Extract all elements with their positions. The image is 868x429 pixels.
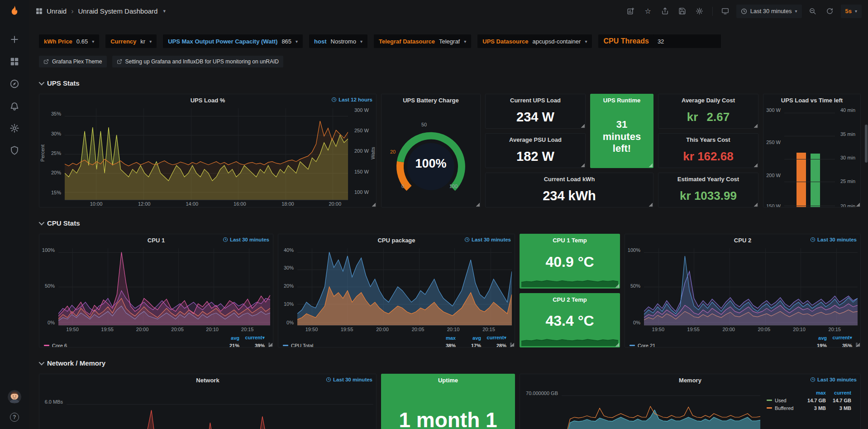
panel-title[interactable]: CPU 1 Temp — [520, 237, 620, 244]
variable-label: UPS Max Output Power Capacity (Watt) — [168, 38, 277, 45]
y-axis-left: 40%30%20%10%0% — [278, 246, 297, 326]
panel-title[interactable]: Memory — [520, 377, 860, 384]
alerting-bell-icon[interactable] — [10, 101, 19, 111]
variable-ups-max-output[interactable]: UPS Max Output Power Capacity (Watt) 865… — [163, 34, 303, 48]
network-plot[interactable] — [67, 388, 373, 429]
page-scrollbar[interactable] — [864, 22, 868, 429]
stat-value: 182 W — [516, 149, 554, 164]
breadcrumb-root[interactable]: Unraid — [47, 7, 67, 15]
panel-title[interactable]: Current UPS Load — [486, 97, 585, 104]
panel-cpu-1: CPU 1 Last 30 minutes 100%50%0% 19:5019:… — [39, 234, 273, 347]
panel-title[interactable]: UPS Load vs Time left — [763, 97, 860, 104]
cpu-package-plot[interactable] — [297, 248, 512, 326]
battery-gauge: 0 20 50 100 100% — [392, 123, 469, 191]
panel-title[interactable]: UPS Load % — [39, 97, 376, 104]
dashboard-content: kWh Price 0.65 ▾ Currency kr ▾ UPS Max O… — [29, 22, 868, 429]
legend-table[interactable]: avgcurrent▾Core 621%39%Core 722%33% — [39, 333, 273, 347]
cpu1-chart — [58, 248, 270, 325]
clock-icon — [223, 237, 228, 242]
section-chevron-icon — [39, 359, 45, 365]
panel-title[interactable]: Current Load kWh — [486, 176, 653, 183]
variable-telegraf-datasource[interactable]: Telegraf Datasource Telegraf ▾ — [374, 34, 471, 48]
scrollbar-thumb[interactable] — [865, 125, 868, 163]
panel-title[interactable]: Estimated Yearly Cost — [658, 176, 758, 183]
dashboard-icon — [35, 7, 43, 15]
variable-kwh-price[interactable]: kWh Price 0.65 ▾ — [39, 34, 99, 48]
user-avatar[interactable] — [8, 390, 21, 404]
refresh-button[interactable] — [824, 5, 836, 18]
variable-label: CPU Threads — [603, 37, 649, 45]
cpu1-plot[interactable] — [58, 248, 270, 326]
variable-currency[interactable]: Currency kr ▾ — [105, 34, 157, 48]
add-panel-button[interactable] — [625, 5, 637, 18]
variable-host[interactable]: host Nostromo ▾ — [309, 34, 367, 48]
caret-down-icon: ▾ — [149, 39, 152, 44]
ups-load-plot[interactable] — [65, 108, 348, 200]
dashboard-title[interactable]: Unraid System Dashboard — [78, 7, 158, 15]
section-header-network-memory[interactable]: Network / Memory — [39, 358, 861, 367]
caret-down-icon: ▾ — [464, 39, 466, 44]
panel-ups-load: UPS Load % Last 12 hours Percent 35%30%2… — [39, 94, 377, 207]
y-axis-left: 6.0 MBs4.0 MBs2.0 MBs — [39, 386, 67, 429]
refresh-interval-button[interactable]: 5s ▾ — [841, 5, 862, 18]
panel-title[interactable]: Average PSU Load — [486, 136, 585, 143]
legend-table[interactable]: maxavgcurrent▾CPU Total38%17%28%User22%9… — [278, 333, 515, 347]
legend-table[interactable]: maxcurrentUsed14.7 GB14.7 GBBuffered3 MB… — [763, 386, 860, 429]
time-picker-button[interactable]: Last 30 minutes ▾ — [736, 5, 802, 18]
section-chevron-icon — [39, 219, 45, 225]
zoom-out-button[interactable] — [806, 5, 819, 18]
template-variables: kWh Price 0.65 ▾ Currency kr ▾ UPS Max O… — [39, 34, 861, 48]
legend-scrollbar[interactable] — [268, 342, 270, 347]
legend-table[interactable]: avgcurrent▾Core 2119%35%Core 2322%35% — [625, 333, 860, 347]
settings-button[interactable] — [693, 5, 706, 18]
panel-title[interactable]: CPU 2 Temp — [520, 296, 620, 303]
admin-shield-icon[interactable] — [10, 145, 19, 155]
cpu2-plot[interactable] — [644, 248, 858, 326]
panel-title[interactable]: UPS Battery Charge — [382, 97, 480, 104]
temp-sparkline — [521, 275, 618, 287]
caret-down-icon: ▾ — [585, 39, 587, 44]
link-ups-monitoring-guide[interactable]: Setting up Grafana and InfluxDB for UPS … — [112, 56, 284, 67]
stat-value: 40.9 °C — [545, 254, 594, 270]
ups-stats-grid: Current UPS Load 234 W UPS Runtime 31 mi… — [485, 94, 758, 207]
explore-compass-icon[interactable] — [10, 79, 19, 89]
variable-value: Nostromo — [331, 38, 356, 45]
tv-mode-button[interactable] — [719, 5, 732, 18]
y-axis-left: 300 W250 W200 W150 W — [763, 106, 784, 207]
panel-title[interactable]: Average Daily Cost — [658, 97, 758, 104]
legend-scrollbar[interactable] — [510, 342, 512, 347]
section-header-cpu[interactable]: CPU Stats — [39, 218, 861, 227]
grafana-logo-icon[interactable] — [0, 0, 29, 23]
cpu-threads-input[interactable]: 32 — [653, 34, 721, 48]
link-grafana-plex-theme[interactable]: Grafana Plex Theme — [39, 56, 107, 67]
time-range-label: Last 30 minutes — [750, 8, 792, 14]
y-axis-right: 40 min35 min30 min25 min20 min — [837, 106, 860, 207]
navbar-actions: ☆ Last 30 minutes ▾ 5s ▾ — [625, 5, 862, 18]
share-button[interactable] — [659, 5, 672, 18]
save-button[interactable] — [676, 5, 689, 18]
variable-ups-datasource[interactable]: UPS Datasource apcupsd-container ▾ — [477, 34, 592, 48]
panel-title[interactable]: UPS Runtime — [591, 97, 653, 104]
cpu2-chart — [644, 248, 858, 325]
help-icon[interactable]: ? — [10, 413, 19, 422]
plus-icon[interactable] — [10, 34, 19, 44]
configuration-gear-icon[interactable] — [10, 123, 19, 133]
panel-ups-load-vs-time-left: UPS Load vs Time left 300 W250 W200 W150… — [763, 94, 861, 207]
panel-title[interactable]: Uptime — [382, 377, 515, 384]
sidebar-bottom: ? — [8, 390, 21, 429]
panel-time-badge: Last 30 minutes — [223, 237, 269, 242]
panel-time-badge: Last 30 minutes — [810, 377, 857, 382]
panel-estimated-yearly-cost: Estimated Yearly Cost kr 1033.99 — [658, 173, 758, 207]
legend-scrollbar[interactable] — [856, 342, 858, 347]
variable-value: kr — [140, 38, 145, 45]
caret-down-icon: ▾ — [360, 39, 362, 44]
dashboards-grid-icon[interactable] — [10, 57, 19, 67]
title-caret-icon[interactable]: ▾ — [163, 8, 166, 14]
panel-title[interactable]: This Years Cost — [658, 136, 758, 143]
star-button[interactable]: ☆ — [642, 5, 654, 18]
section-header-ups[interactable]: UPS Stats — [39, 78, 861, 87]
cpu-temp-column: CPU 1 Temp 40.9 °C CPU 2 Temp 43.4 °C — [520, 234, 620, 347]
dashboard-links: Grafana Plex Theme Setting up Grafana an… — [39, 56, 861, 67]
memory-plot[interactable] — [562, 388, 760, 429]
panel-uptime: Uptime 1 month 1 — [381, 374, 515, 429]
